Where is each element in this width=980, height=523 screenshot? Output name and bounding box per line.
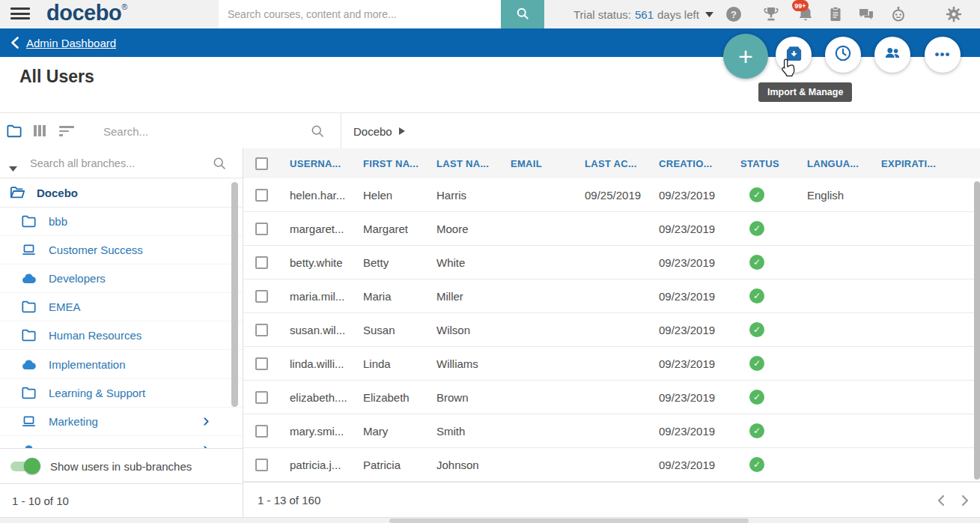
- table-search-input[interactable]: [103, 113, 305, 149]
- table-row[interactable]: patricia.j...PatriciaJohnson09/23/2019✓: [243, 448, 980, 482]
- sidebar-item-bbb[interactable]: bbb: [0, 208, 243, 236]
- sidebar-item-marketing[interactable]: Marketing: [0, 408, 243, 436]
- row-checkbox[interactable]: [255, 391, 268, 404]
- column-header-status[interactable]: STATUS: [736, 158, 803, 169]
- history-clock-button[interactable]: [825, 37, 861, 73]
- add-user-button[interactable]: +: [723, 34, 768, 79]
- table-row[interactable]: margaret...MargaretMoore09/23/2019✓: [243, 212, 980, 246]
- cell-last_name: Smith: [432, 425, 506, 438]
- admin-dashboard-back-link[interactable]: Admin Dashboard: [10, 28, 116, 57]
- table-row[interactable]: susan.wil...SusanWilson09/23/2019✓: [243, 313, 980, 347]
- sidebar-item-learning-support[interactable]: Learning & Support: [0, 379, 243, 408]
- caret-down-icon[interactable]: [9, 161, 17, 175]
- row-checkbox[interactable]: [255, 189, 268, 202]
- sub-branches-toggle[interactable]: [10, 458, 40, 474]
- toggle-row: Show users in sub-branches: [0, 448, 243, 483]
- arrow-right-icon: [399, 127, 405, 135]
- table-row[interactable]: betty.whiteBettyWhite09/23/2019✓: [243, 246, 980, 279]
- column-header-last_name[interactable]: LAST NA...: [432, 158, 506, 169]
- row-checkbox[interactable]: [255, 324, 268, 336]
- sidebar-item-partial[interactable]: [0, 436, 243, 448]
- column-view-icon[interactable]: [34, 125, 47, 139]
- table-row[interactable]: linda.willi...LindaWilliams09/23/2019✓: [243, 347, 980, 381]
- previous-page-button[interactable]: [937, 495, 945, 507]
- sidebar-item-emea[interactable]: EMEA: [0, 293, 243, 321]
- cell-first_name: Mary: [359, 425, 432, 438]
- folder-icon: [21, 299, 39, 315]
- row-checkbox[interactable]: [255, 357, 268, 370]
- branch-selector[interactable]: Docebo: [353, 113, 405, 149]
- status-active-icon: ✓: [749, 356, 764, 371]
- cell-first_name: Betty: [359, 256, 432, 269]
- select-all-checkbox[interactable]: [255, 157, 268, 170]
- app-window: docebo® Trial status: 561 days left ? 99…: [0, 0, 980, 523]
- chevron-right-icon[interactable]: [201, 416, 211, 430]
- cell-username: patricia.j...: [285, 459, 359, 471]
- cell-creation: 09/23/2019: [654, 324, 736, 336]
- row-checkbox[interactable]: [255, 223, 268, 235]
- cell-last_name: Harris: [432, 189, 506, 202]
- sidebar-item-implementation[interactable]: Implementation: [0, 350, 243, 378]
- table-row[interactable]: maria.mil...MariaMiller09/23/2019✓: [243, 279, 980, 313]
- sidebar-item-human-resources[interactable]: Human Resources: [0, 321, 243, 350]
- horizontal-scrollbar-thumb[interactable]: [389, 519, 749, 523]
- cell-status: ✓: [736, 423, 803, 438]
- sidebar-scrollbar[interactable]: [231, 182, 238, 407]
- cell-last_name: Brown: [432, 391, 506, 404]
- users-table: USERNA...FIRST NA...LAST NA...EMAILLAST …: [243, 148, 980, 517]
- settings-gear-icon[interactable]: [945, 5, 963, 23]
- search-icon[interactable]: [310, 124, 325, 142]
- manage-users-button[interactable]: [874, 37, 910, 73]
- table-row[interactable]: elizabeth....ElizabethBrown09/23/2019✓: [243, 381, 980, 414]
- table-row[interactable]: mary.smi...MarySmith09/23/2019✓: [243, 414, 980, 448]
- cell-username: maria.mil...: [285, 290, 359, 303]
- cell-username: margaret...: [285, 223, 359, 235]
- assistant-robot-icon[interactable]: [889, 5, 907, 23]
- branch-search-input[interactable]: [30, 148, 206, 178]
- next-page-button[interactable]: [961, 495, 970, 507]
- status-active-icon: ✓: [749, 288, 764, 303]
- row-checkbox[interactable]: [255, 459, 268, 471]
- branch-view-folder-icon[interactable]: [6, 124, 22, 142]
- status-active-icon: ✓: [749, 221, 764, 236]
- table-row[interactable]: helen.har...HelenHarris09/25/201909/23/2…: [243, 178, 980, 212]
- column-header-last_access[interactable]: LAST AC...: [580, 158, 654, 169]
- column-header-creation[interactable]: CREATIO...: [654, 158, 736, 169]
- cell-creation: 09/23/2019: [654, 459, 736, 471]
- row-checkbox[interactable]: [255, 290, 268, 303]
- more-actions-button[interactable]: •••: [925, 37, 961, 73]
- sidebar-item-customer-success[interactable]: Customer Success: [0, 236, 243, 264]
- global-search-input[interactable]: [219, 0, 501, 28]
- sidebar-item-developers[interactable]: Developers: [0, 264, 243, 293]
- hamburger-menu-icon[interactable]: [10, 7, 30, 21]
- column-header-email[interactable]: EMAIL: [506, 158, 580, 169]
- messages-chat-icon[interactable]: [857, 5, 875, 23]
- branch-list: DocebobbbCustomer SuccessDevelopersEMEAH…: [0, 178, 243, 448]
- gamification-trophy-icon[interactable]: [762, 5, 780, 23]
- cell-username: susan.wil...: [285, 324, 359, 336]
- cell-status: ✓: [736, 322, 803, 337]
- table-body: helen.har...HelenHarris09/25/201909/23/2…: [243, 178, 980, 482]
- help-icon[interactable]: ?: [725, 5, 743, 23]
- row-checkbox[interactable]: [255, 425, 268, 438]
- header-select-cell: [243, 157, 285, 170]
- sidebar-pagination-text: 1 - 10 of 10: [12, 495, 69, 507]
- column-header-language[interactable]: LANGUA...: [803, 158, 877, 169]
- trial-status-dropdown[interactable]: Trial status: 561 days left: [573, 0, 713, 28]
- column-header-first_name[interactable]: FIRST NA...: [359, 158, 432, 169]
- row-checkbox[interactable]: [255, 256, 268, 269]
- filter-icon[interactable]: [59, 126, 74, 139]
- global-search-button[interactable]: [501, 0, 544, 28]
- cell-username: helen.har...: [285, 189, 359, 202]
- column-header-username[interactable]: USERNA...: [285, 158, 359, 169]
- import-manage-button[interactable]: [776, 37, 812, 73]
- cell-last_name: Williams: [432, 357, 506, 370]
- search-icon[interactable]: [212, 156, 227, 174]
- sidebar-item-docebo[interactable]: Docebo: [0, 178, 243, 208]
- table-scrollbar[interactable]: [974, 181, 980, 480]
- column-header-expiration[interactable]: EXPIRATI...: [877, 158, 980, 169]
- ellipsis-icon: •••: [935, 47, 951, 62]
- cell-first_name: Elizabeth: [359, 391, 432, 404]
- tasks-clipboard-icon[interactable]: [827, 5, 844, 23]
- status-active-icon: ✓: [749, 423, 764, 438]
